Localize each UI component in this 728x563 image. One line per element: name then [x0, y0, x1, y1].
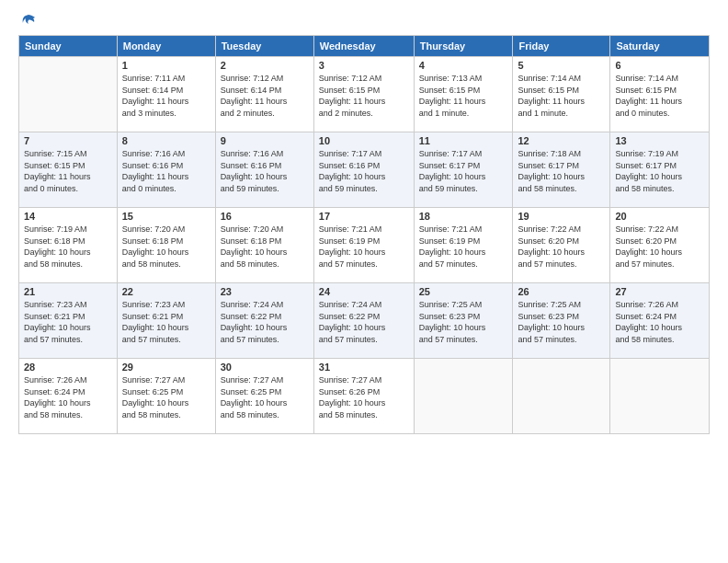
calendar-cell: 18Sunrise: 7:21 AM Sunset: 6:19 PM Dayli…	[414, 208, 513, 283]
day-number: 24	[319, 286, 409, 297]
calendar-cell: 30Sunrise: 7:27 AM Sunset: 6:25 PM Dayli…	[215, 359, 313, 434]
day-number: 7	[24, 135, 112, 146]
logo	[18, 17, 37, 26]
calendar-cell: 27Sunrise: 7:26 AM Sunset: 6:24 PM Dayli…	[610, 283, 710, 359]
day-number: 20	[615, 211, 704, 222]
day-info: Sunrise: 7:19 AM Sunset: 6:18 PM Dayligh…	[24, 224, 112, 270]
calendar-cell: 5Sunrise: 7:14 AM Sunset: 6:15 PM Daylig…	[513, 57, 610, 132]
day-number: 26	[518, 286, 605, 297]
calendar-cell: 23Sunrise: 7:24 AM Sunset: 6:22 PM Dayli…	[215, 283, 313, 359]
day-info: Sunrise: 7:27 AM Sunset: 6:26 PM Dayligh…	[319, 374, 409, 420]
week-row-3: 14Sunrise: 7:19 AM Sunset: 6:18 PM Dayli…	[19, 208, 710, 283]
week-row-2: 7Sunrise: 7:15 AM Sunset: 6:15 PM Daylig…	[19, 132, 710, 208]
calendar-cell: 17Sunrise: 7:21 AM Sunset: 6:19 PM Dayli…	[313, 208, 414, 283]
day-info: Sunrise: 7:14 AM Sunset: 6:15 PM Dayligh…	[615, 73, 704, 119]
calendar-cell: 10Sunrise: 7:17 AM Sunset: 6:16 PM Dayli…	[313, 132, 414, 208]
weekday-header-wednesday: Wednesday	[313, 36, 414, 57]
calendar-table: SundayMondayTuesdayWednesdayThursdayFrid…	[18, 35, 710, 434]
day-info: Sunrise: 7:26 AM Sunset: 6:24 PM Dayligh…	[24, 374, 112, 420]
day-number: 10	[319, 135, 409, 146]
day-number: 11	[419, 135, 508, 146]
day-number: 25	[419, 286, 508, 297]
weekday-header-tuesday: Tuesday	[215, 36, 313, 57]
weekday-header-saturday: Saturday	[610, 36, 710, 57]
calendar-cell: 25Sunrise: 7:25 AM Sunset: 6:23 PM Dayli…	[414, 283, 513, 359]
calendar-cell: 11Sunrise: 7:17 AM Sunset: 6:17 PM Dayli…	[414, 132, 513, 208]
day-number: 12	[518, 135, 605, 146]
day-info: Sunrise: 7:22 AM Sunset: 6:20 PM Dayligh…	[518, 224, 605, 270]
calendar-cell: 14Sunrise: 7:19 AM Sunset: 6:18 PM Dayli…	[19, 208, 118, 283]
calendar-cell	[610, 359, 710, 434]
weekday-header-sunday: Sunday	[19, 36, 118, 57]
weekday-header-thursday: Thursday	[414, 36, 513, 57]
day-number: 22	[122, 286, 210, 297]
day-number: 8	[122, 135, 210, 146]
header	[18, 17, 710, 26]
weekday-header-row: SundayMondayTuesdayWednesdayThursdayFrid…	[19, 36, 710, 57]
calendar-cell: 22Sunrise: 7:23 AM Sunset: 6:21 PM Dayli…	[117, 283, 215, 359]
day-info: Sunrise: 7:22 AM Sunset: 6:20 PM Dayligh…	[615, 224, 704, 270]
day-number: 4	[419, 60, 508, 71]
page: SundayMondayTuesdayWednesdayThursdayFrid…	[0, 0, 728, 563]
day-info: Sunrise: 7:20 AM Sunset: 6:18 PM Dayligh…	[122, 224, 210, 270]
week-row-1: 1Sunrise: 7:11 AM Sunset: 6:14 PM Daylig…	[19, 57, 710, 132]
calendar-cell: 16Sunrise: 7:20 AM Sunset: 6:18 PM Dayli…	[215, 208, 313, 283]
day-info: Sunrise: 7:16 AM Sunset: 6:16 PM Dayligh…	[122, 148, 210, 194]
day-number: 16	[221, 211, 309, 222]
day-number: 27	[615, 286, 704, 297]
calendar-cell: 9Sunrise: 7:16 AM Sunset: 6:16 PM Daylig…	[215, 132, 313, 208]
day-info: Sunrise: 7:15 AM Sunset: 6:15 PM Dayligh…	[24, 148, 112, 194]
calendar-cell	[19, 57, 118, 132]
calendar-cell: 12Sunrise: 7:18 AM Sunset: 6:17 PM Dayli…	[513, 132, 610, 208]
day-number: 6	[615, 60, 704, 71]
day-info: Sunrise: 7:23 AM Sunset: 6:21 PM Dayligh…	[122, 299, 210, 345]
calendar-cell: 21Sunrise: 7:23 AM Sunset: 6:21 PM Dayli…	[19, 283, 118, 359]
calendar-cell: 13Sunrise: 7:19 AM Sunset: 6:17 PM Dayli…	[610, 132, 710, 208]
day-info: Sunrise: 7:26 AM Sunset: 6:24 PM Dayligh…	[615, 299, 704, 345]
day-number: 28	[24, 362, 112, 373]
day-number: 17	[319, 211, 409, 222]
day-number: 5	[518, 60, 605, 71]
day-info: Sunrise: 7:12 AM Sunset: 6:15 PM Dayligh…	[319, 73, 409, 119]
day-info: Sunrise: 7:17 AM Sunset: 6:17 PM Dayligh…	[419, 148, 508, 194]
day-number: 15	[122, 211, 210, 222]
day-number: 1	[122, 60, 210, 71]
day-info: Sunrise: 7:11 AM Sunset: 6:14 PM Dayligh…	[122, 73, 210, 119]
day-number: 18	[419, 211, 508, 222]
day-info: Sunrise: 7:21 AM Sunset: 6:19 PM Dayligh…	[419, 224, 508, 270]
calendar-cell: 15Sunrise: 7:20 AM Sunset: 6:18 PM Dayli…	[117, 208, 215, 283]
calendar-cell: 7Sunrise: 7:15 AM Sunset: 6:15 PM Daylig…	[19, 132, 118, 208]
calendar-cell: 3Sunrise: 7:12 AM Sunset: 6:15 PM Daylig…	[313, 57, 414, 132]
calendar-cell: 20Sunrise: 7:22 AM Sunset: 6:20 PM Dayli…	[610, 208, 710, 283]
calendar-cell: 2Sunrise: 7:12 AM Sunset: 6:14 PM Daylig…	[215, 57, 313, 132]
day-info: Sunrise: 7:21 AM Sunset: 6:19 PM Dayligh…	[319, 224, 409, 270]
calendar-cell: 8Sunrise: 7:16 AM Sunset: 6:16 PM Daylig…	[117, 132, 215, 208]
day-info: Sunrise: 7:27 AM Sunset: 6:25 PM Dayligh…	[221, 374, 309, 420]
day-info: Sunrise: 7:17 AM Sunset: 6:16 PM Dayligh…	[319, 148, 409, 194]
calendar-cell: 1Sunrise: 7:11 AM Sunset: 6:14 PM Daylig…	[117, 57, 215, 132]
day-number: 21	[24, 286, 112, 297]
day-info: Sunrise: 7:27 AM Sunset: 6:25 PM Dayligh…	[122, 374, 210, 420]
day-info: Sunrise: 7:16 AM Sunset: 6:16 PM Dayligh…	[221, 148, 309, 194]
calendar-cell: 4Sunrise: 7:13 AM Sunset: 6:15 PM Daylig…	[414, 57, 513, 132]
day-info: Sunrise: 7:20 AM Sunset: 6:18 PM Dayligh…	[221, 224, 309, 270]
day-number: 3	[319, 60, 409, 71]
logo-bird-icon	[20, 13, 37, 29]
day-info: Sunrise: 7:12 AM Sunset: 6:14 PM Dayligh…	[221, 73, 309, 119]
day-info: Sunrise: 7:19 AM Sunset: 6:17 PM Dayligh…	[615, 148, 704, 194]
day-number: 29	[122, 362, 210, 373]
weekday-header-friday: Friday	[513, 36, 610, 57]
day-number: 19	[518, 211, 605, 222]
weekday-header-monday: Monday	[117, 36, 215, 57]
calendar-cell: 29Sunrise: 7:27 AM Sunset: 6:25 PM Dayli…	[117, 359, 215, 434]
calendar-cell: 28Sunrise: 7:26 AM Sunset: 6:24 PM Dayli…	[19, 359, 118, 434]
calendar-cell: 6Sunrise: 7:14 AM Sunset: 6:15 PM Daylig…	[610, 57, 710, 132]
day-info: Sunrise: 7:23 AM Sunset: 6:21 PM Dayligh…	[24, 299, 112, 345]
calendar-cell: 31Sunrise: 7:27 AM Sunset: 6:26 PM Dayli…	[313, 359, 414, 434]
day-number: 30	[221, 362, 309, 373]
day-info: Sunrise: 7:14 AM Sunset: 6:15 PM Dayligh…	[518, 73, 605, 119]
calendar-cell: 19Sunrise: 7:22 AM Sunset: 6:20 PM Dayli…	[513, 208, 610, 283]
calendar-cell	[513, 359, 610, 434]
day-number: 9	[221, 135, 309, 146]
calendar-cell: 24Sunrise: 7:24 AM Sunset: 6:22 PM Dayli…	[313, 283, 414, 359]
